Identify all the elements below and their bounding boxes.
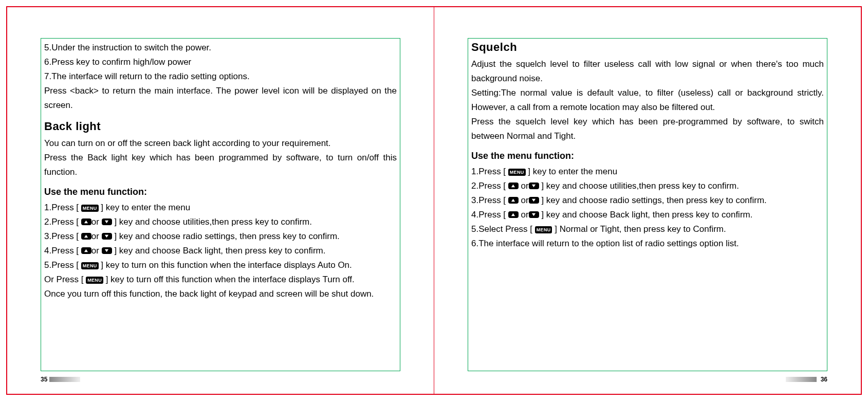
section-title-backlight: Back light [44,120,397,133]
step-text: 3.Press [ [44,231,81,241]
step-text: ] key and choose utilities,then press ke… [112,217,312,227]
step-text: 5.Press [ [44,260,81,270]
menu-key-icon: MENU [508,169,526,176]
text-line: Press the squelch level key which has be… [471,115,824,143]
step-text: 4.Press [ [44,246,81,256]
text-line: Setting:The normal value is default valu… [471,86,824,115]
text-line: Adjust the squelch level to filter usele… [471,57,824,86]
document-spread: 5.Under the instruction to switch the po… [6,6,862,395]
step-text: 2.Press [ [44,217,81,227]
svg-marker-9 [532,199,535,202]
step-text: ] key to turn on this function when the … [99,260,352,270]
page-right: Squelch Adjust the squelch level to filt… [434,7,861,394]
step-text: 3.Press [ [471,195,508,205]
step-text: or [521,210,529,220]
step-text: 1.Press [ [44,203,81,212]
svg-marker-8 [511,199,515,202]
svg-marker-2 [84,235,88,238]
step-text: Or Press [ [44,275,86,284]
svg-marker-0 [84,221,88,223]
up-arrow-icon [508,197,519,204]
svg-marker-11 [532,213,535,216]
text-line: 7.The interface will return to the radio… [44,69,397,84]
step-line: Or Press [ MENU ] key to turn off this f… [44,272,397,287]
svg-marker-5 [105,249,108,252]
text-line: Press the Back light key which has been … [44,151,397,179]
step-text: ] key and choose Back light, then press … [112,246,326,256]
step-text: or [91,246,99,256]
step-text: or [521,181,529,191]
up-arrow-icon [508,183,519,189]
menu-key-icon: MENU [535,226,552,233]
page-footer-left: 35 [41,375,400,384]
step-line: Once you turn off this function, the bac… [44,287,397,301]
footer-right-group: 36 [786,376,827,383]
up-arrow-icon [81,218,91,225]
svg-marker-1 [105,221,108,223]
step-text: ] Normal or Tight, then press key to Con… [552,224,726,234]
menu-key-icon: MENU [86,277,103,284]
text-line: Press <back> to return the main interfac… [44,84,397,113]
page-number: 35 [41,376,47,383]
step-line: 3.Press [ or ] key and choose radio sett… [471,193,824,208]
step-text: 2.Press [ [471,181,508,191]
svg-marker-10 [511,213,515,216]
step-text: ] key and choose Back light, then press … [539,210,753,220]
page-footer-right: 36 [468,375,827,384]
content-box-right: Squelch Adjust the squelch level to filt… [468,38,827,371]
down-arrow-icon [102,247,112,254]
svg-marker-4 [84,249,88,252]
up-arrow-icon [81,233,91,240]
footer-gradient-icon [49,377,80,382]
step-text: ] key and choose radio settings, then pr… [539,195,767,205]
step-line: 4.Press [ or ] key and choose Back light… [44,244,397,258]
menu-key-icon: MENU [81,262,99,269]
down-arrow-icon [102,233,112,240]
footer-left-group: 35 [41,376,80,383]
step-text: 4.Press [ [471,210,508,220]
up-arrow-icon [81,247,91,254]
step-line: 3.Press [ or ] key and choose radio sett… [44,229,397,244]
step-line: 2.Press [ or ] key and choose utilities,… [471,179,824,193]
svg-marker-6 [511,185,515,187]
step-line: 1.Press [ MENU ] key to enter the menu [44,200,397,215]
step-line: 5.Select Press [ MENU ] Normal or Tight,… [471,222,824,236]
footer-gradient-icon [786,377,817,382]
down-arrow-icon [529,211,539,218]
svg-marker-3 [105,235,108,238]
down-arrow-icon [102,218,112,225]
page-number: 36 [821,376,827,383]
step-text: ] key to turn off this function when the… [103,275,355,284]
text-line: 5.Under the instruction to switch the po… [44,41,397,55]
svg-marker-7 [532,185,535,187]
step-line: 5.Press [ MENU ] key to turn on this fun… [44,258,397,272]
step-line: 6.The interface will return to the optio… [471,236,824,251]
step-line: 1.Press [ MENU ] key to enter the menu [471,165,824,179]
section-title-squelch: Squelch [471,41,824,54]
step-text: 5.Select Press [ [471,224,535,234]
page-left: 5.Under the instruction to switch the po… [7,7,434,394]
step-text: ] key and choose utilities,then press ke… [539,181,739,191]
step-line: 2.Press [ or ] key and choose utilities,… [44,215,397,229]
content-box-left: 5.Under the instruction to switch the po… [41,38,400,371]
down-arrow-icon [529,183,539,189]
step-line: 4.Press [ or ] key and choose Back light… [471,208,824,222]
step-text: ] key to enter the menu [99,203,191,212]
text-line: 6.Press key to confirm high/low power [44,55,397,69]
subsection-title-menu: Use the menu function: [471,151,824,161]
up-arrow-icon [508,211,519,218]
step-text: or [521,195,529,205]
step-text: ] key and choose radio settings, then pr… [112,231,340,241]
text-line: You can turn on or off the screen back l… [44,136,397,151]
step-text: ] key to enter the menu [526,167,618,176]
subsection-title-menu: Use the menu function: [44,187,397,197]
down-arrow-icon [529,197,539,204]
step-text: or [91,217,99,227]
menu-key-icon: MENU [81,205,99,212]
step-text: 1.Press [ [471,167,508,176]
step-text: or [91,231,99,241]
